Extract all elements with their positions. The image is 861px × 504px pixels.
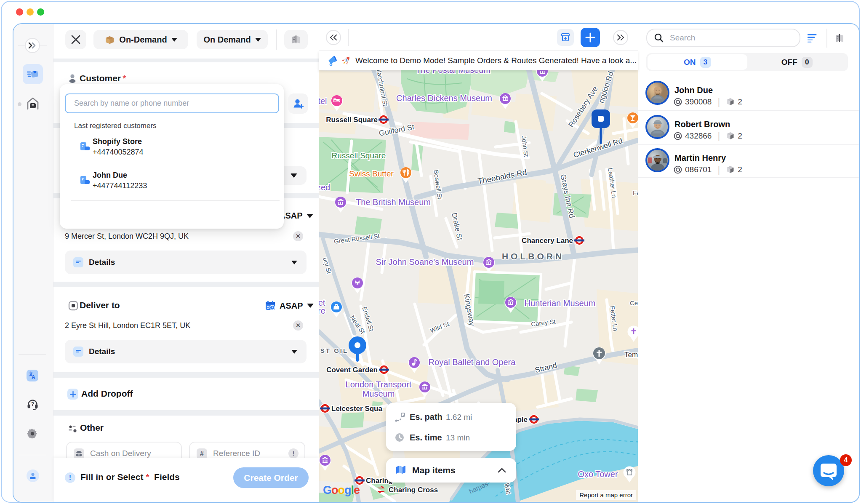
svg-text:Royal Ballet and Opera: Royal Ballet and Opera — [429, 357, 516, 367]
svg-text:Chancery Lane: Chancery Lane — [522, 237, 573, 245]
svg-text:Sir John Soane's Museum: Sir John Soane's Museum — [376, 257, 474, 267]
svg-text:ST GIL: ST GIL — [320, 347, 348, 354]
svg-text:The British Museum: The British Museum — [356, 197, 431, 207]
svg-text:The Postal Museum: The Postal Museum — [416, 70, 490, 75]
svg-text:re: re — [319, 306, 325, 315]
svg-text:?: ? — [31, 401, 35, 407]
svg-text:tel: tel — [319, 96, 327, 106]
svg-text:Charing Cross: Charing Cross — [389, 486, 438, 494]
svg-text:Museum: Museum — [363, 389, 395, 398]
svg-text:Russell Square: Russell Square — [332, 151, 386, 160]
svg-text:Temple: Temple — [624, 351, 638, 359]
svg-text:Covent Garden: Covent Garden — [326, 366, 378, 374]
svg-text:London Transport: London Transport — [346, 380, 412, 389]
svg-text:Hunterian Museum: Hunterian Museum — [525, 299, 596, 308]
svg-text:Oxo Tower: Oxo Tower — [578, 469, 618, 479]
svg-text:HOLBORN: HOLBORN — [502, 251, 564, 261]
svg-text:Russell Square: Russell Square — [326, 116, 378, 124]
svg-text:Swiss Butter: Swiss Butter — [349, 169, 394, 178]
svg-text:Fa: Fa — [633, 189, 638, 196]
svg-text:A: A — [32, 374, 35, 380]
svg-text:Leicester Squa: Leicester Squa — [331, 405, 382, 413]
svg-text:zed: zed — [319, 183, 330, 192]
svg-text:Cer: Cer — [630, 299, 638, 307]
svg-text:Charles Dickens Museum: Charles Dickens Museum — [396, 93, 492, 103]
